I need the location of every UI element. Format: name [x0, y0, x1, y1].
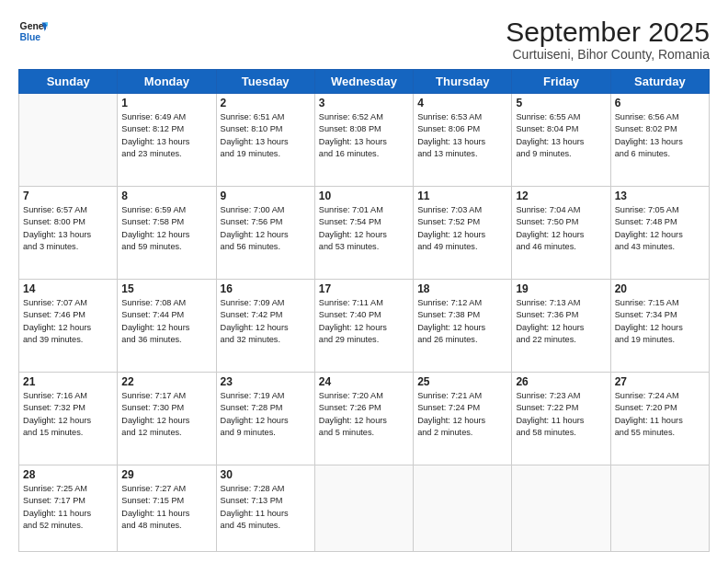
day-info: Sunrise: 7:20 AM Sunset: 7:26 PM Dayligh…	[319, 390, 409, 439]
title-block: September 2025 Curtuiseni, Bihor County,…	[506, 17, 710, 62]
day-info: Sunrise: 7:01 AM Sunset: 7:54 PM Dayligh…	[319, 204, 409, 253]
day-number: 6	[615, 97, 705, 109]
day-info: Sunrise: 6:57 AM Sunset: 8:00 PM Dayligh…	[23, 204, 113, 253]
day-info: Sunrise: 7:00 AM Sunset: 7:56 PM Dayligh…	[221, 204, 311, 253]
day-info: Sunrise: 7:23 AM Sunset: 7:22 PM Dayligh…	[516, 390, 606, 439]
calendar-cell: 25Sunrise: 7:21 AM Sunset: 7:24 PM Dayli…	[414, 372, 512, 465]
day-info: Sunrise: 7:12 AM Sunset: 7:38 PM Dayligh…	[417, 297, 507, 346]
day-number: 2	[221, 97, 311, 109]
day-number: 4	[417, 97, 507, 109]
day-number: 11	[417, 190, 507, 202]
day-number: 30	[221, 468, 311, 481]
day-number: 1	[121, 97, 211, 109]
logo: General Blue	[18, 17, 48, 46]
calendar-table: SundayMondayTuesdayWednesdayThursdayFrid…	[18, 69, 710, 552]
calendar-cell: 22Sunrise: 7:17 AM Sunset: 7:30 PM Dayli…	[118, 372, 216, 465]
weekday-header-tuesday: Tuesday	[216, 70, 314, 94]
calendar-cell: 19Sunrise: 7:13 AM Sunset: 7:36 PM Dayli…	[512, 279, 610, 372]
calendar-cell: 11Sunrise: 7:03 AM Sunset: 7:52 PM Dayli…	[414, 186, 512, 279]
day-number: 26	[516, 375, 606, 388]
calendar-cell: 29Sunrise: 7:27 AM Sunset: 7:15 PM Dayli…	[118, 465, 216, 551]
day-info: Sunrise: 6:52 AM Sunset: 8:08 PM Dayligh…	[319, 111, 409, 160]
calendar-cell	[19, 94, 118, 187]
day-number: 18	[417, 282, 507, 295]
day-number: 9	[221, 190, 311, 202]
day-info: Sunrise: 7:15 AM Sunset: 7:34 PM Dayligh…	[615, 297, 705, 346]
week-row-3: 14Sunrise: 7:07 AM Sunset: 7:46 PM Dayli…	[19, 279, 710, 372]
day-number: 3	[319, 97, 409, 109]
weekday-header-wednesday: Wednesday	[314, 70, 413, 94]
day-info: Sunrise: 7:27 AM Sunset: 7:15 PM Dayligh…	[121, 483, 211, 532]
day-info: Sunrise: 7:17 AM Sunset: 7:30 PM Dayligh…	[121, 390, 211, 439]
day-number: 22	[121, 375, 211, 388]
calendar-cell: 5Sunrise: 6:55 AM Sunset: 8:04 PM Daylig…	[512, 94, 610, 187]
weekday-header-sunday: Sunday	[19, 70, 118, 94]
day-info: Sunrise: 6:59 AM Sunset: 7:58 PM Dayligh…	[121, 204, 211, 253]
day-number: 21	[23, 375, 113, 388]
day-number: 16	[221, 282, 311, 295]
week-row-4: 21Sunrise: 7:16 AM Sunset: 7:32 PM Dayli…	[19, 372, 710, 465]
day-info: Sunrise: 6:53 AM Sunset: 8:06 PM Dayligh…	[417, 111, 507, 160]
weekday-header-friday: Friday	[512, 70, 610, 94]
day-number: 13	[615, 190, 705, 202]
day-number: 20	[615, 282, 705, 295]
day-number: 14	[23, 282, 113, 295]
day-number: 10	[319, 190, 409, 202]
calendar-cell: 3Sunrise: 6:52 AM Sunset: 8:08 PM Daylig…	[314, 94, 413, 187]
week-row-1: 1Sunrise: 6:49 AM Sunset: 8:12 PM Daylig…	[19, 94, 710, 187]
day-info: Sunrise: 6:55 AM Sunset: 8:04 PM Dayligh…	[516, 111, 606, 160]
day-number: 24	[319, 375, 409, 388]
day-number: 23	[221, 375, 311, 388]
day-info: Sunrise: 7:16 AM Sunset: 7:32 PM Dayligh…	[23, 390, 113, 439]
weekday-header-thursday: Thursday	[414, 70, 512, 94]
calendar-cell: 18Sunrise: 7:12 AM Sunset: 7:38 PM Dayli…	[414, 279, 512, 372]
day-info: Sunrise: 7:24 AM Sunset: 7:20 PM Dayligh…	[615, 390, 705, 439]
calendar-cell: 17Sunrise: 7:11 AM Sunset: 7:40 PM Dayli…	[314, 279, 413, 372]
weekday-header-saturday: Saturday	[610, 70, 709, 94]
calendar-cell: 13Sunrise: 7:05 AM Sunset: 7:48 PM Dayli…	[610, 186, 709, 279]
svg-text:Blue: Blue	[20, 32, 41, 42]
day-number: 25	[417, 375, 507, 388]
month-title: September 2025	[506, 17, 710, 47]
calendar-cell: 1Sunrise: 6:49 AM Sunset: 8:12 PM Daylig…	[118, 94, 216, 187]
day-info: Sunrise: 7:11 AM Sunset: 7:40 PM Dayligh…	[319, 297, 409, 346]
location-subtitle: Curtuiseni, Bihor County, Romania	[506, 47, 710, 62]
weekday-header-row: SundayMondayTuesdayWednesdayThursdayFrid…	[19, 70, 710, 94]
calendar-cell	[314, 465, 413, 551]
calendar-cell: 12Sunrise: 7:04 AM Sunset: 7:50 PM Dayli…	[512, 186, 610, 279]
calendar-cell	[512, 465, 610, 551]
calendar-cell: 16Sunrise: 7:09 AM Sunset: 7:42 PM Dayli…	[216, 279, 314, 372]
weekday-header-monday: Monday	[118, 70, 216, 94]
calendar-cell: 23Sunrise: 7:19 AM Sunset: 7:28 PM Dayli…	[216, 372, 314, 465]
header: General Blue September 2025 Curtuiseni, …	[18, 17, 710, 62]
day-number: 28	[23, 468, 113, 481]
calendar-cell	[610, 465, 709, 551]
logo-icon: General Blue	[18, 17, 48, 46]
calendar-cell: 15Sunrise: 7:08 AM Sunset: 7:44 PM Dayli…	[118, 279, 216, 372]
day-info: Sunrise: 7:04 AM Sunset: 7:50 PM Dayligh…	[516, 204, 606, 253]
calendar-cell	[414, 465, 512, 551]
day-number: 7	[23, 190, 113, 202]
day-number: 8	[121, 190, 211, 202]
day-info: Sunrise: 7:05 AM Sunset: 7:48 PM Dayligh…	[615, 204, 705, 253]
day-number: 15	[121, 282, 211, 295]
calendar-cell: 9Sunrise: 7:00 AM Sunset: 7:56 PM Daylig…	[216, 186, 314, 279]
day-number: 5	[516, 97, 606, 109]
calendar-cell: 26Sunrise: 7:23 AM Sunset: 7:22 PM Dayli…	[512, 372, 610, 465]
day-info: Sunrise: 7:25 AM Sunset: 7:17 PM Dayligh…	[23, 483, 113, 532]
day-info: Sunrise: 7:03 AM Sunset: 7:52 PM Dayligh…	[417, 204, 507, 253]
week-row-2: 7Sunrise: 6:57 AM Sunset: 8:00 PM Daylig…	[19, 186, 710, 279]
calendar-cell: 21Sunrise: 7:16 AM Sunset: 7:32 PM Dayli…	[19, 372, 118, 465]
calendar-cell: 7Sunrise: 6:57 AM Sunset: 8:00 PM Daylig…	[19, 186, 118, 279]
calendar-cell: 30Sunrise: 7:28 AM Sunset: 7:13 PM Dayli…	[216, 465, 314, 551]
week-row-5: 28Sunrise: 7:25 AM Sunset: 7:17 PM Dayli…	[19, 465, 710, 551]
calendar-page: General Blue September 2025 Curtuiseni, …	[0, 0, 728, 563]
calendar-cell: 14Sunrise: 7:07 AM Sunset: 7:46 PM Dayli…	[19, 279, 118, 372]
day-info: Sunrise: 7:09 AM Sunset: 7:42 PM Dayligh…	[221, 297, 311, 346]
calendar-cell: 28Sunrise: 7:25 AM Sunset: 7:17 PM Dayli…	[19, 465, 118, 551]
day-info: Sunrise: 7:19 AM Sunset: 7:28 PM Dayligh…	[221, 390, 311, 439]
calendar-cell: 27Sunrise: 7:24 AM Sunset: 7:20 PM Dayli…	[610, 372, 709, 465]
day-number: 29	[121, 468, 211, 481]
calendar-cell: 8Sunrise: 6:59 AM Sunset: 7:58 PM Daylig…	[118, 186, 216, 279]
calendar-cell: 24Sunrise: 7:20 AM Sunset: 7:26 PM Dayli…	[314, 372, 413, 465]
